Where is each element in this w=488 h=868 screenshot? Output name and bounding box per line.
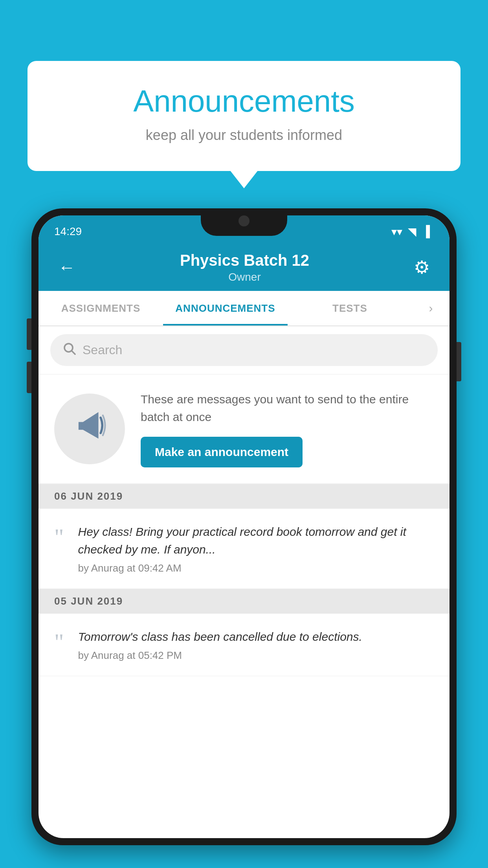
tab-assignments[interactable]: ASSIGNMENTS (39, 291, 163, 326)
tab-announcements[interactable]: ANNOUNCEMENTS (163, 291, 288, 326)
wifi-icon: ▾▾ (391, 225, 402, 238)
speech-bubble-container: Announcements keep all your students inf… (28, 61, 460, 171)
quote-icon-1: " (54, 525, 64, 549)
announcement-meta-1: by Anurag at 09:42 AM (78, 562, 434, 574)
search-icon (62, 341, 76, 359)
search-bar[interactable]: Search (50, 334, 438, 366)
quote-icon-2: " (54, 630, 64, 654)
announcement-icon-circle (54, 394, 125, 464)
announcement-content-1: Hey class! Bring your practical record b… (78, 523, 434, 574)
settings-icon[interactable]: ⚙ (414, 257, 430, 278)
announcement-item-1: " Hey class! Bring your practical record… (39, 509, 449, 589)
tab-more[interactable]: › (412, 291, 449, 326)
tab-bar: ASSIGNMENTS ANNOUNCEMENTS TESTS › (39, 291, 449, 326)
search-container: Search (39, 326, 449, 374)
date-separator-1: 06 JUN 2019 (39, 484, 449, 509)
announcement-prompt: These are messages you want to send to t… (39, 375, 449, 483)
tab-tests[interactable]: TESTS (288, 291, 412, 326)
phone-container: 14:29 ▾▾ ◥ ▐ ← Physics Batch 12 Owner ⚙ (31, 208, 457, 868)
announcement-meta-2: by Anurag at 05:42 PM (78, 649, 434, 662)
status-icons: ▾▾ ◥ ▐ (391, 225, 430, 238)
announcement-content-2: Tomorrow's class has been cancelled due … (78, 628, 434, 662)
header-center: Physics Batch 12 Owner (180, 252, 309, 283)
bubble-subtitle: keep all your students informed (59, 127, 429, 143)
power-button[interactable] (457, 342, 461, 381)
header-title: Physics Batch 12 (180, 252, 309, 269)
signal-icon: ◥ (408, 225, 416, 238)
date-separator-2: 05 JUN 2019 (39, 589, 449, 614)
volume-down-button[interactable] (27, 362, 31, 393)
phone-outer: 14:29 ▾▾ ◥ ▐ ← Physics Batch 12 Owner ⚙ (31, 208, 457, 845)
make-announcement-button[interactable]: Make an announcement (141, 437, 303, 467)
back-button[interactable]: ← (58, 257, 75, 277)
bubble-title: Announcements (59, 85, 429, 118)
app-header: ← Physics Batch 12 Owner ⚙ (39, 244, 449, 291)
announcement-right: These are messages you want to send to t… (141, 390, 434, 467)
announcement-text-1: Hey class! Bring your practical record b… (78, 523, 434, 558)
content-area: Search Th (39, 326, 449, 676)
speech-bubble: Announcements keep all your students inf… (28, 61, 460, 171)
volume-up-button[interactable] (27, 318, 31, 350)
header-subtitle: Owner (180, 271, 309, 283)
search-placeholder: Search (83, 343, 122, 357)
phone-screen: 14:29 ▾▾ ◥ ▐ ← Physics Batch 12 Owner ⚙ (39, 215, 449, 838)
announcement-item-2: " Tomorrow's class has been cancelled du… (39, 614, 449, 676)
svg-line-1 (72, 351, 75, 354)
status-time: 14:29 (54, 225, 82, 238)
announcement-text-2: Tomorrow's class has been cancelled due … (78, 628, 434, 645)
announcement-desc: These are messages you want to send to t… (141, 390, 434, 426)
phone-camera (238, 215, 250, 226)
battery-icon: ▐ (422, 225, 430, 238)
megaphone-icon (72, 408, 107, 451)
